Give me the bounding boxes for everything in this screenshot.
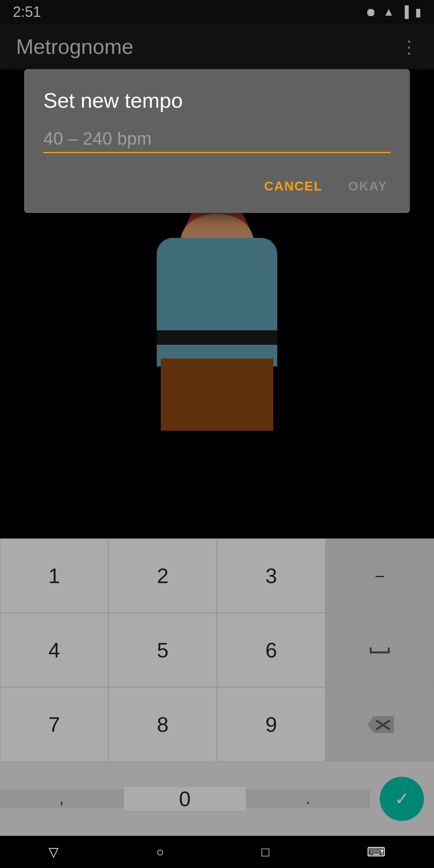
tempo-input[interactable]	[43, 129, 391, 149]
dialog-actions: CANCEL OKAY	[43, 172, 391, 200]
nav-back-button[interactable]: ▽	[33, 840, 75, 864]
okay-button[interactable]: OKAY	[345, 172, 391, 200]
nav-recent-button[interactable]: □	[246, 841, 285, 864]
nav-bar: ▽ ○ □ ⌨	[0, 836, 434, 868]
set-tempo-dialog: Set new tempo CANCEL OKAY	[24, 69, 410, 213]
dialog-title: Set new tempo	[43, 88, 391, 113]
nav-home-button[interactable]: ○	[140, 841, 180, 864]
cancel-button[interactable]: CANCEL	[261, 172, 326, 200]
nav-keyboard-button[interactable]: ⌨	[351, 840, 401, 864]
tempo-input-container	[43, 129, 391, 153]
